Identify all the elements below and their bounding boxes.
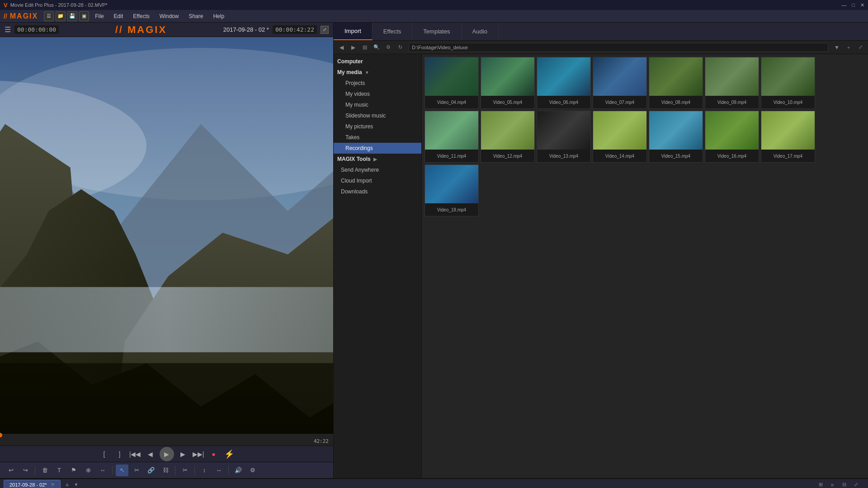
settings-icon[interactable]: ⚙ (246, 465, 259, 476)
minimize-button[interactable]: — (841, 2, 846, 8)
bracket-in-button[interactable]: [ (98, 448, 111, 460)
bracket-out-button[interactable]: ] (113, 448, 126, 460)
sidebar-item-computer[interactable]: Computer (334, 56, 421, 67)
trim-tool[interactable]: ↕ (198, 465, 211, 476)
preview-topbar-left: ☰ 00:00:00:00 (5, 25, 59, 34)
media-item-v14[interactable]: Video_14.mp4 (593, 111, 647, 163)
unlink-tool[interactable]: ⛓ (159, 465, 172, 476)
media-item-v09[interactable]: Video_09.mp4 (705, 57, 759, 109)
timecode-left: 00:00:00:00 (14, 25, 59, 34)
path-dropdown[interactable]: ▼ (832, 42, 842, 52)
title-button[interactable]: T (53, 465, 66, 476)
record-button[interactable]: ● (208, 448, 220, 460)
cut-tool[interactable]: ✂ (130, 465, 143, 476)
expand-timeline-button[interactable]: ⤢ (851, 480, 861, 488)
media-item-v18[interactable]: Video_18.mp4 (425, 164, 479, 216)
menu-effects[interactable]: Effects (128, 12, 154, 21)
sidebar-item-send-anywhere[interactable]: Send Anywhere (334, 164, 421, 175)
media-label-v15: Video_15.mp4 (649, 150, 703, 162)
prev-frame-button[interactable]: ◀ (144, 448, 157, 460)
edit-toolbar: ↩ ↪ 🗑 T ⚑ ⊕ ↔ ↖ ✂ 🔗 ⛓ ✂ ↕ ↔ 🔊 ⚙ (0, 462, 333, 478)
media-item-v08[interactable]: Video_08.mp4 (649, 57, 703, 109)
sidebar-item-downloads[interactable]: Downloads (334, 186, 421, 197)
sidebar-item-cloud-import[interactable]: Cloud Import (334, 175, 421, 186)
menu-icon-1[interactable]: ☰ (44, 11, 54, 21)
view-list-button[interactable]: ▤ (360, 42, 370, 52)
copy-button[interactable]: ⊕ (82, 465, 94, 476)
play-button[interactable]: ▶ (160, 447, 174, 461)
media-item-v06[interactable]: Video_06.mp4 (537, 57, 591, 109)
sidebar-item-projects[interactable]: Projects (334, 78, 421, 89)
slip-tool[interactable]: ↔ (212, 465, 225, 476)
tab-templates[interactable]: Templates (412, 23, 461, 40)
media-item-v05[interactable]: Video_05.mp4 (481, 57, 535, 109)
redo-button[interactable]: ↪ (19, 465, 32, 476)
sidebar-item-magix-tools[interactable]: MAGIX Tools ▶ (334, 154, 421, 164)
tab-import[interactable]: Import (334, 23, 373, 40)
tab-close-button[interactable]: ✕ (51, 482, 55, 488)
menu-window[interactable]: Window (155, 12, 184, 21)
menu-icon-4[interactable]: ▣ (79, 11, 89, 21)
sidebar-item-slideshow-music[interactable]: Slideshow music (334, 110, 421, 121)
refresh-button[interactable]: ↻ (395, 42, 405, 52)
razor-tool[interactable]: ✂ (179, 465, 191, 476)
tab-audio[interactable]: Audio (462, 23, 499, 40)
lightning-button[interactable]: ⚡ (223, 448, 236, 460)
link-tool[interactable]: 🔗 (145, 465, 157, 476)
menu-icon-3[interactable]: 💾 (67, 11, 77, 21)
audio-icon[interactable]: 🔊 (232, 465, 245, 476)
preview-topbar: ☰ 00:00:00:00 // MAGIX 2017-09-28 - 02 *… (0, 23, 333, 37)
timeline-tab-project[interactable]: 2017-09-28 - 02* ✕ (4, 480, 61, 488)
timeline-view-button[interactable]: ≡ (827, 480, 837, 488)
sidebar-item-my-videos[interactable]: My videos (334, 89, 421, 99)
sidebar-item-my-pictures[interactable]: My pictures (334, 121, 421, 132)
tab-dropdown-button[interactable]: ▼ (74, 482, 79, 487)
media-item-v07[interactable]: Video_07.mp4 (593, 57, 647, 109)
panel-tabs: Import Effects Templates Audio (334, 23, 868, 41)
hamburger-menu[interactable]: ☰ (5, 25, 11, 34)
media-item-v13[interactable]: Video_13.mp4 (537, 111, 591, 163)
add-button[interactable]: + (844, 42, 854, 52)
timeline-tabs: 2017-09-28 - 02* ✕ + ▼ ⊞ ≡ ⊟ ⤢ (0, 479, 868, 488)
chapter-button[interactable]: ⚑ (67, 465, 80, 476)
select-tool[interactable]: ↖ (116, 465, 128, 476)
media-item-v16[interactable]: Video_16.mp4 (705, 111, 759, 163)
media-thumb-v16 (705, 111, 759, 150)
back-button[interactable]: ◀ (336, 42, 346, 52)
media-item-v17[interactable]: Video_17.mp4 (761, 111, 815, 163)
close-button[interactable]: ✕ (860, 2, 864, 8)
undo-button[interactable]: ↩ (5, 465, 17, 476)
skip-to-start-button[interactable]: |◀◀ (129, 448, 142, 460)
media-item-v12[interactable]: Video_12.mp4 (481, 111, 535, 163)
media-item-v04[interactable]: Video_04.mp4 (425, 57, 479, 109)
titlebar-controls[interactable]: — □ ✕ (841, 2, 864, 8)
expand-button[interactable]: ⤢ (855, 42, 865, 52)
tab-effects[interactable]: Effects (373, 23, 413, 40)
menu-edit[interactable]: Edit (109, 12, 128, 21)
media-item-v15[interactable]: Video_15.mp4 (649, 111, 703, 163)
next-frame-button[interactable]: ▶ (177, 448, 189, 460)
maximize-button[interactable]: □ (852, 2, 855, 8)
sidebar-item-recordings[interactable]: Recordings (334, 143, 421, 154)
sidebar-item-takes[interactable]: Takes (334, 132, 421, 143)
media-item-v10[interactable]: Video_10.mp4 (761, 57, 815, 109)
delete-button[interactable]: 🗑 (38, 465, 51, 476)
search-button[interactable]: 🔍 (372, 42, 382, 52)
forward-button[interactable]: ▶ (348, 42, 358, 52)
add-tab-button[interactable]: + (62, 480, 72, 488)
menu-share[interactable]: Share (184, 12, 208, 21)
settings-button[interactable]: ⚙ (383, 42, 393, 52)
storyboard-view-button[interactable]: ⊞ (816, 480, 826, 488)
skip-to-end-button[interactable]: ▶▶| (192, 448, 205, 460)
menu-icon-2[interactable]: 📁 (56, 11, 66, 21)
media-label-v11: Video_11.mp4 (425, 150, 478, 162)
menu-file[interactable]: File (90, 12, 108, 21)
fullscreen-button[interactable]: ⤢ (321, 26, 329, 34)
group-button[interactable]: ↔ (96, 465, 109, 476)
menu-help[interactable]: Help (208, 12, 229, 21)
multi-view-button[interactable]: ⊟ (839, 480, 849, 488)
sidebar-item-my-media[interactable]: My media ▼ (334, 67, 421, 78)
media-item-v11[interactable]: Video_11.mp4 (425, 111, 479, 163)
sidebar-item-my-music[interactable]: My music (334, 99, 421, 110)
preview-progress-bar[interactable] (0, 434, 333, 436)
